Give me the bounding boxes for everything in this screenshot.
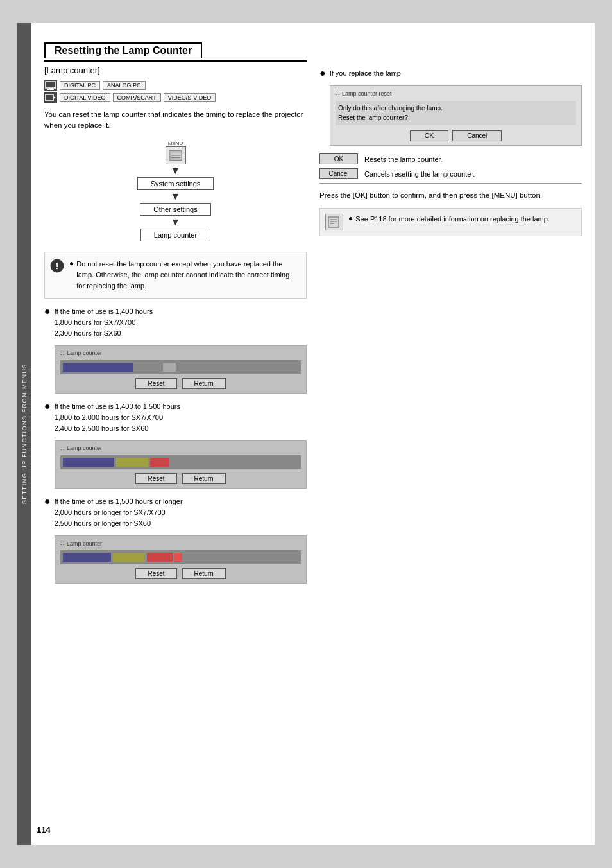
- info-icon: [325, 214, 343, 230]
- reset-button-3[interactable]: Reset: [135, 568, 176, 579]
- lamp-ui-buttons-1: Reset Return: [60, 378, 301, 389]
- flow-arrow-1: ▼: [171, 166, 181, 176]
- right-bullet-dot: ●: [319, 68, 326, 79]
- bullet-dot-2: ●: [44, 401, 51, 412]
- page: SETTING UP FUNCTIONS FROM MENUS Resettin…: [17, 23, 595, 845]
- menu-label: MENU: [168, 141, 183, 146]
- svg-text:!: !: [56, 261, 59, 271]
- reset-button-2[interactable]: Reset: [135, 473, 176, 484]
- cancel-row: Cancel Cancels resetting the lamp counte…: [319, 168, 582, 179]
- svg-rect-2: [47, 89, 54, 90]
- warning-icon: !: [50, 259, 64, 273]
- input-sources: DIGITAL PC ANALOG PC DIGITAL VIDEO COMP.…: [44, 80, 307, 103]
- bullet-text-1: If the time of use is 1,400 hours1,800 h…: [55, 306, 153, 339]
- source-digital-video: DIGITAL VIDEO: [60, 93, 110, 102]
- source-row-2: DIGITAL VIDEO COMP./SCART VIDEO/S-VIDEO: [44, 92, 307, 103]
- reset-ok-button[interactable]: OK: [410, 130, 448, 141]
- sidebar-label: SETTING UP FUNCTIONS FROM MENUS: [21, 363, 28, 504]
- bar-segment-3a: [63, 553, 111, 562]
- sidebar-tab: SETTING UP FUNCTIONS FROM MENUS: [17, 23, 31, 845]
- return-button-1[interactable]: Return: [182, 378, 226, 389]
- svg-marker-4: [53, 96, 56, 99]
- info-text: See P118 for more detailed information o…: [355, 214, 550, 225]
- section-title-bar: Resetting the Lamp Counter: [44, 42, 307, 62]
- bullet-dot-1: ●: [44, 306, 51, 317]
- svg-rect-11: [328, 217, 339, 227]
- bar-segment-3c: [147, 553, 173, 562]
- flow-diagram: MENU ▼ System settings ▼ Other settings …: [44, 141, 307, 241]
- lamp-ui-title-3: Lamp counter: [60, 540, 301, 547]
- right-column: ● If you replace the lamp Lamp counter r…: [319, 42, 582, 832]
- reset-box-message: Only do this after changing the lamp. Re…: [336, 101, 576, 125]
- section-title-text: Resetting the Lamp Counter: [44, 42, 202, 58]
- bar-segment-2b: [116, 458, 148, 467]
- flow-arrow-2: ▼: [171, 191, 181, 202]
- bar-segment-3b: [113, 553, 145, 562]
- reset-box-buttons: OK Cancel: [336, 130, 576, 141]
- bar-segment-2c: [150, 458, 169, 467]
- reset-box-title: Lamp counter reset: [336, 90, 576, 97]
- source-digital-pc: DIGITAL PC: [60, 81, 100, 90]
- lamp-ui-box-1: Lamp counter Reset Return: [55, 345, 307, 394]
- bar-segment-2d: [171, 458, 182, 467]
- bullet-dot-3: ●: [44, 496, 51, 507]
- flow-lamp-counter: Lamp counter: [140, 229, 210, 241]
- svg-rect-0: [46, 82, 56, 88]
- right-bullet-replace: ● If you replace the lamp: [319, 68, 582, 79]
- lamp-ui-title-1: Lamp counter: [60, 350, 301, 357]
- reset-cancel-button[interactable]: Cancel: [452, 130, 502, 141]
- bar-segment-1a: [63, 363, 133, 372]
- info-box: ● See P118 for more detailed information…: [319, 208, 582, 236]
- menu-icon-box: MENU: [166, 141, 186, 164]
- lamp-bar-2: [60, 455, 301, 469]
- source-video-s-video: VIDEO/S-VIDEO: [164, 93, 216, 102]
- main-content: Resetting the Lamp Counter [Lamp counter…: [31, 23, 595, 845]
- flow-arrow-3: ▼: [171, 217, 181, 227]
- warning-text: Do not reset the lamp counter except whe…: [76, 259, 300, 291]
- flow-system-settings: System settings: [137, 177, 214, 190]
- divider: [319, 183, 582, 184]
- description-text: You can reset the lamp counter that indi…: [44, 109, 307, 132]
- lamp-bar-1: [60, 360, 301, 374]
- reset-button-1[interactable]: Reset: [135, 378, 176, 389]
- bar-segment-1b: [135, 363, 161, 372]
- cancel-label-box: Cancel: [319, 168, 358, 179]
- bar-segment-3d: [174, 553, 182, 562]
- return-button-3[interactable]: Return: [182, 568, 226, 579]
- press-text: Press the [OK] button to confirm, and th…: [319, 190, 582, 202]
- cancel-desc: Cancels resetting the lamp counter.: [364, 170, 475, 178]
- lamp-ui-box-3: Lamp counter Reset Return: [55, 535, 307, 584]
- bullet-item-1: ● If the time of use is 1,400 hours1,800…: [44, 306, 307, 339]
- flow-other-settings: Other settings: [140, 203, 210, 216]
- lamp-ui-title-2: Lamp counter: [60, 445, 301, 452]
- lamp-counter-reset-box: Lamp counter reset Only do this after ch…: [330, 85, 582, 146]
- return-button-2[interactable]: Return: [182, 473, 226, 484]
- lamp-ui-buttons-2: Reset Return: [60, 473, 301, 484]
- bullet-text-3: If the time of use is 1,500 hours or lon…: [55, 496, 183, 529]
- ok-row: OK Resets the lamp counter.: [319, 153, 582, 164]
- lamp-ui-box-2: Lamp counter Reset Return: [55, 440, 307, 489]
- bullet-text-2: If the time of use is 1,400 to 1,500 hou…: [55, 401, 180, 434]
- video-icon: [44, 92, 57, 103]
- lamp-bar-3: [60, 550, 301, 564]
- svg-rect-3: [46, 94, 53, 101]
- menu-icon: [166, 146, 186, 164]
- ok-desc: Resets the lamp counter.: [364, 155, 443, 163]
- warning-box: ! ● Do not reset the lamp counter except…: [44, 252, 307, 299]
- pc-icon: [44, 80, 57, 91]
- source-comp-scart: COMP./SCART: [113, 93, 161, 102]
- bullet-item-2: ● If the time of use is 1,400 to 1,500 h…: [44, 401, 307, 434]
- right-bullet-text: If you replace the lamp: [330, 68, 401, 79]
- page-number: 114: [37, 825, 51, 835]
- source-analog-pc: ANALOG PC: [103, 81, 146, 90]
- reset-message-line1: Only do this after changing the lamp.: [338, 103, 574, 113]
- svg-rect-1: [49, 88, 53, 89]
- lamp-ui-buttons-3: Reset Return: [60, 568, 301, 579]
- ok-label-box: OK: [319, 153, 358, 164]
- reset-message-line2: Reset the lamp counter?: [338, 113, 574, 123]
- bar-segment-1c: [163, 363, 176, 372]
- lamp-counter-label: [Lamp counter]: [44, 65, 307, 75]
- left-column: Resetting the Lamp Counter [Lamp counter…: [44, 42, 307, 832]
- bullet-item-3: ● If the time of use is 1,500 hours or l…: [44, 496, 307, 529]
- source-row-1: DIGITAL PC ANALOG PC: [44, 80, 307, 91]
